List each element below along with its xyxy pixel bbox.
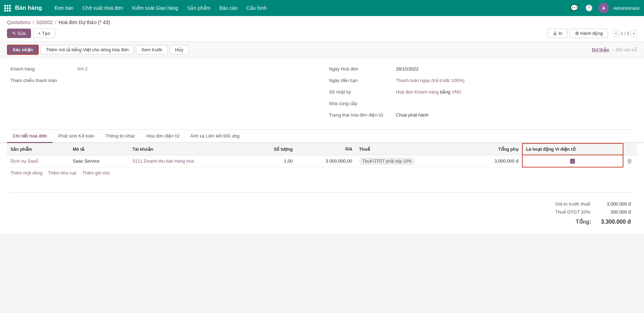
breadcrumb-quotations[interactable]: Quotations xyxy=(7,20,31,25)
cell-ewallet[interactable]: ✓ xyxy=(522,155,623,167)
totals-section: Giá trị trước thuế: 3.000.000 đ Thuế GTG… xyxy=(0,193,644,234)
journal-value: Hoá đơn Khách hàng bằng VND xyxy=(396,88,634,95)
status-arrow: › xyxy=(612,47,614,53)
menu-giao-hang[interactable]: Kiểm soát Giao hàng xyxy=(128,3,182,13)
cell-account[interactable]: 5111 Doanh thu bán hàng hoá xyxy=(129,155,250,167)
menu-bao-cao[interactable]: Báo cáo xyxy=(215,3,241,13)
create-button[interactable]: + Tạo xyxy=(33,29,55,38)
status-draft[interactable]: Dự thảo xyxy=(592,47,609,52)
topnav-right: 💬 🕐 A Administrator xyxy=(569,3,640,13)
breadcrumb: Quotations / S00002 / Hoá đơn Dự thảo (*… xyxy=(7,20,637,25)
total-value: 3.300.000 đ xyxy=(599,216,633,226)
ref-field: Tham chiếu thanh toán xyxy=(10,76,315,83)
breadcrumb-sep-1: / xyxy=(33,20,34,25)
confirm-button[interactable]: Xác nhận xyxy=(7,45,39,55)
journal-currency-code[interactable]: VND xyxy=(452,89,461,95)
due-date-field: Ngày đến hạn Thanh toán ngay (trả trước … xyxy=(329,76,634,83)
einvoice-status-field: Trạng thái hóa đơn điện tử Chưa phát hàn… xyxy=(329,111,634,118)
tax-label: Thuế GTGT 10%: xyxy=(553,208,598,216)
table-row: Dịch vụ SaaS Saas Service 5111 Doanh thu… xyxy=(7,155,637,167)
cancel-button[interactable]: Hủy xyxy=(170,45,189,54)
journal-currency-word: bằng xyxy=(440,89,450,95)
einvoice-status-label: Trạng thái hóa đơn điện tử xyxy=(329,111,392,118)
preview-button[interactable]: Xem trước xyxy=(136,45,168,54)
topnav: Bán hàng Đơn bán Chờ xuất Hoá đơn Kiểm s… xyxy=(0,0,644,16)
pretax-row: Giá trị trước thuế: 3.000.000 đ xyxy=(553,200,633,208)
avatar[interactable]: A xyxy=(598,3,609,13)
pager: ‹ 1 / 1 › xyxy=(613,30,637,37)
tab-chi-tiet[interactable]: Chi tiết hoá đơn xyxy=(7,130,53,143)
add-note-link[interactable]: Thêm ghi chú xyxy=(82,170,110,176)
tax-value: 300.000 đ xyxy=(599,208,633,216)
col-header-ewallet: Là hoạt động Ví điện tử xyxy=(522,143,623,155)
due-date-link[interactable]: Thanh toán ngay (trả trước 100%) xyxy=(396,78,465,83)
add-viet-desc-button[interactable]: Thêm mô tả tiếng Việt cho dòng hóa đơn xyxy=(41,45,134,54)
print-button[interactable]: 🖨 In xyxy=(547,29,567,38)
chat-icon[interactable]: 💬 xyxy=(569,3,579,13)
topnav-menu: Đơn bán Chờ xuất Hoá đơn Kiểm soát Giao … xyxy=(50,3,568,13)
pager-info: 1 / 1 xyxy=(621,31,629,36)
tab-thong-tin[interactable]: Thông tin khác xyxy=(100,130,141,143)
customer-link[interactable]: KH 2 xyxy=(77,66,88,72)
main-content: Khách hàng KH 2 Tham chiếu thanh toán Ng… xyxy=(0,58,644,234)
col-header-price: Giá xyxy=(296,143,356,155)
customer-field: Khách hàng KH 2 xyxy=(10,65,315,72)
ref-label: Tham chiếu thanh toán xyxy=(10,76,73,83)
col-header-actions xyxy=(623,143,637,155)
invoice-date-value[interactable]: 28/10/2022 xyxy=(396,65,634,72)
due-date-label: Ngày đến hạn xyxy=(329,76,392,83)
delete-row-icon[interactable]: 🗑 xyxy=(627,158,632,164)
pretax-value: 3.000.000 đ xyxy=(599,200,633,208)
menu-don-ban[interactable]: Đơn bán xyxy=(50,3,77,13)
cell-qty[interactable]: 1,00 xyxy=(250,155,296,167)
app-grid-icon[interactable] xyxy=(4,5,11,12)
customer-value: KH 2 xyxy=(77,65,315,72)
journal-field: Số nhật ký Hoá đơn Khách hàng bằng VND xyxy=(329,88,634,95)
tax-badge[interactable]: Thuế GTGT phải nộp 10% xyxy=(359,158,415,165)
journal-label: Số nhật ký xyxy=(329,88,392,95)
ewallet-checkbox[interactable]: ✓ xyxy=(570,159,575,164)
total-label: Tổng: xyxy=(553,216,598,226)
cell-price[interactable]: 3.000.000,00 xyxy=(296,155,356,167)
pager-next[interactable]: › xyxy=(631,30,637,37)
col-header-tax: Thuế xyxy=(356,143,467,155)
breadcrumb-s00002[interactable]: S00002 xyxy=(36,20,53,25)
supplier-field: Nhà cung cấp xyxy=(329,99,634,106)
supplier-value[interactable] xyxy=(396,99,634,106)
col-header-account: Tài khoản xyxy=(129,143,250,155)
journal-link[interactable]: Hoá đơn Khách hàng xyxy=(396,89,439,95)
toolbar: ✎ Sửa + Tạo 🖨 In ⚙ Hành động ‹ 1 / 1 › xyxy=(7,29,637,42)
clock-icon[interactable]: 🕐 xyxy=(584,3,594,13)
add-line-link[interactable]: Thêm một dòng xyxy=(10,170,43,176)
form-left: Khách hàng KH 2 Tham chiếu thanh toán xyxy=(10,65,315,122)
menu-cau-hinh[interactable]: Cấu hình xyxy=(242,3,271,13)
edit-button[interactable]: ✎ Sửa xyxy=(7,29,31,38)
col-header-qty: Số lượng xyxy=(250,143,296,155)
form-section: Khách hàng KH 2 Tham chiếu thanh toán Ng… xyxy=(0,58,644,129)
tab-phat-sinh[interactable]: Phát sinh Kế toán xyxy=(53,130,100,143)
totals-table: Giá trị trước thuế: 3.000.000 đ Thuế GTG… xyxy=(552,200,634,227)
menu-san-pham[interactable]: Sản phẩm xyxy=(183,3,214,13)
menu-cho-xuat[interactable]: Chờ xuất Hoá đơn xyxy=(78,3,128,13)
invoice-date-label: Ngày Hoá đơn xyxy=(329,65,392,72)
tab-hoa-don-dien-tu[interactable]: Hóa đơn điện tử xyxy=(141,130,185,143)
pager-prev[interactable]: ‹ xyxy=(613,30,619,37)
invoice-table: Sản phẩm Mô tả Tài khoản Số lượng Giá Th… xyxy=(7,143,637,167)
supplier-label: Nhà cung cấp xyxy=(329,99,392,106)
status-posted: Đã vào sổ xyxy=(616,47,637,52)
pretax-label: Giá trị trước thuế: xyxy=(553,200,598,208)
tab-anh-xa[interactable]: Ánh xạ Liên kết Đối ứng xyxy=(185,130,245,143)
customer-label: Khách hàng xyxy=(10,65,73,72)
action-button[interactable]: ⚙ Hành động xyxy=(570,29,608,38)
total-row: Tổng: 3.300.000 đ xyxy=(553,216,633,226)
breadcrumb-area: Quotations / S00002 / Hoá đơn Dự thảo (*… xyxy=(0,16,644,42)
einvoice-status-value: Chưa phát hành xyxy=(396,111,634,118)
app-title: Bán hàng xyxy=(15,5,42,12)
breadcrumb-current: Hoá đơn Dự thảo (* 43) xyxy=(59,20,110,25)
ref-value[interactable] xyxy=(77,76,315,83)
add-section-link[interactable]: Thêm khu vực xyxy=(48,170,77,176)
col-header-desc: Mô tả xyxy=(69,143,129,155)
cell-product[interactable]: Dịch vụ SaaS xyxy=(7,155,69,167)
table-wrapper: Sản phẩm Mô tả Tài khoản Số lượng Giá Th… xyxy=(0,143,644,178)
cell-subtotal: 3.000.000 đ xyxy=(467,155,522,167)
